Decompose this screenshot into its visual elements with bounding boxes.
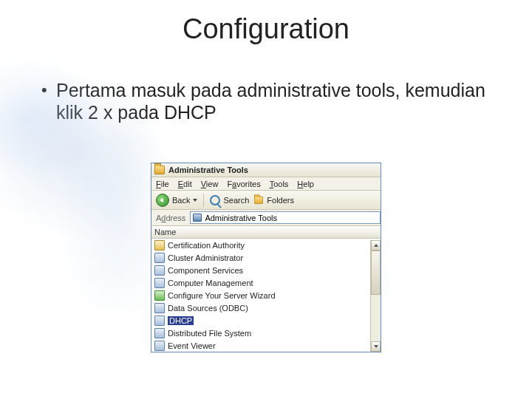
toolbar-separator xyxy=(203,194,204,207)
shortcut-icon xyxy=(154,341,165,351)
file-list: Certification AuthorityCluster Administr… xyxy=(151,239,381,352)
shortcut-icon xyxy=(154,328,165,338)
item-event-viewer[interactable]: Event Viewer xyxy=(151,339,381,352)
list-item-label: Event Viewer xyxy=(168,341,216,350)
shortcut-icon xyxy=(154,278,165,288)
explorer-titlebar: Administrative Tools xyxy=(151,163,381,177)
column-header-name[interactable]: Name xyxy=(151,226,381,239)
list-item-label: DHCP xyxy=(168,316,194,325)
address-bar: Address Administrative Tools xyxy=(151,210,381,226)
item-computer-management[interactable]: Computer Management xyxy=(151,276,381,289)
folders-button[interactable]: Folders xyxy=(253,196,294,205)
scroll-thumb[interactable] xyxy=(371,250,381,295)
folders-button-label: Folders xyxy=(267,196,294,205)
menu-edit-label: dit xyxy=(183,180,192,188)
item-certification-authority[interactable]: Certification Authority xyxy=(151,239,381,251)
shortcut-icon xyxy=(154,265,165,276)
item-distributed-file-system[interactable]: Distributed File System xyxy=(151,327,381,339)
scroll-up-button[interactable] xyxy=(371,240,381,250)
scroll-down-button[interactable] xyxy=(371,341,381,352)
list-item-label: Certification Authority xyxy=(168,241,245,250)
chevron-down-icon xyxy=(193,199,197,202)
back-button-label: Back xyxy=(172,196,190,205)
shortcut-icon xyxy=(154,303,165,313)
item-configure-your-server-wizard[interactable]: Configure Your Server Wizard xyxy=(151,289,381,301)
vertical-scrollbar[interactable] xyxy=(370,240,381,352)
bullet-text: Pertama masuk pada administrative tools,… xyxy=(56,79,502,123)
list-item-label: Distributed File System xyxy=(168,329,251,338)
menu-file-label: ile xyxy=(161,180,169,188)
explorer-window: Administrative Tools File Edit View Favo… xyxy=(151,163,381,352)
menu-help-label: elp xyxy=(303,180,314,188)
item-dhcp[interactable]: DHCP xyxy=(151,314,381,327)
item-data-sources-odbc[interactable]: Data Sources (ODBC) xyxy=(151,301,381,314)
item-cluster-administrator[interactable]: Cluster Administrator xyxy=(151,251,381,264)
address-label: Address xyxy=(156,214,185,222)
menu-edit[interactable]: Edit xyxy=(178,180,192,188)
folder-icon xyxy=(154,166,165,174)
shortcut-icon xyxy=(154,316,165,326)
bullet-block: • Pertama masuk pada administrative tool… xyxy=(41,79,502,123)
shortcut-icon xyxy=(154,240,165,250)
address-value: Administrative Tools xyxy=(205,214,277,222)
item-component-services[interactable]: Component Services xyxy=(151,264,381,276)
menu-favorites-label: vorites xyxy=(236,180,260,188)
list-item-label: Computer Management xyxy=(168,279,253,287)
list-item-label: Component Services xyxy=(168,266,243,275)
address-input[interactable]: Administrative Tools xyxy=(190,211,381,224)
explorer-title-text: Administrative Tools xyxy=(168,166,248,174)
menu-tools-label: ools xyxy=(273,180,288,188)
list-item-label: Data Sources (ODBC) xyxy=(168,304,248,313)
slide-title: Configuration xyxy=(0,0,532,45)
menu-favorites[interactable]: Favorites xyxy=(227,180,260,188)
shortcut-icon xyxy=(154,290,165,301)
folders-icon xyxy=(254,196,263,203)
menu-view[interactable]: View xyxy=(201,180,219,188)
search-button-label: Search xyxy=(223,196,249,205)
menu-view-label: iew xyxy=(206,180,219,188)
scroll-track[interactable] xyxy=(371,295,381,341)
back-arrow-icon xyxy=(156,194,169,207)
menu-tools[interactable]: Tools xyxy=(270,180,289,188)
address-icon xyxy=(193,214,202,222)
shortcut-icon xyxy=(154,253,165,263)
search-button[interactable]: Search xyxy=(210,195,249,205)
menu-file[interactable]: File xyxy=(156,180,169,188)
search-icon xyxy=(210,195,220,205)
list-item-label: Configure Your Server Wizard xyxy=(168,291,276,300)
bullet-dot: • xyxy=(41,79,56,123)
explorer-toolbar: Back Search Folders xyxy=(151,191,381,210)
menu-help[interactable]: Help xyxy=(297,180,314,188)
back-button[interactable]: Back xyxy=(156,194,197,207)
explorer-menubar: File Edit View Favorites Tools Help xyxy=(151,177,381,191)
list-item-label: Cluster Administrator xyxy=(168,253,243,262)
